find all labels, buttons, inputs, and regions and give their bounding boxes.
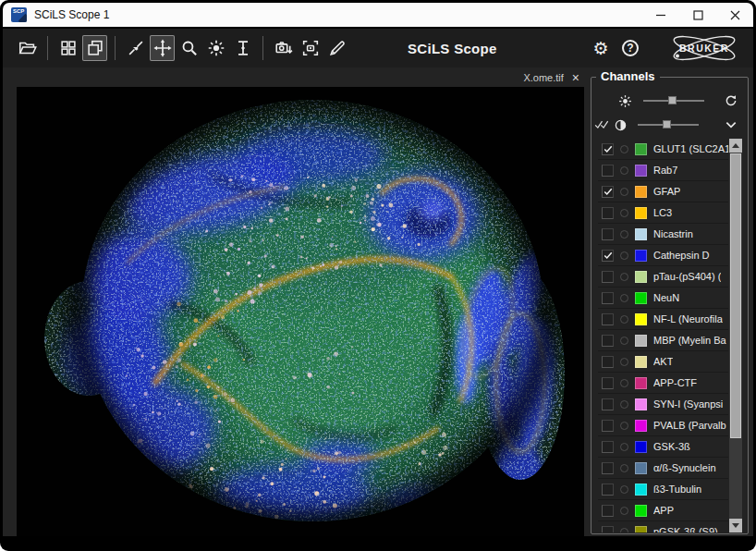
settings-button[interactable]: ⚙: [589, 36, 613, 60]
channel-solo-radio[interactable]: [620, 528, 628, 533]
measure-button[interactable]: [324, 35, 349, 61]
select-all-button[interactable]: [593, 119, 610, 130]
channel-color-swatch[interactable]: [635, 271, 647, 283]
channel-solo-radio[interactable]: [620, 379, 628, 387]
channel-row: ß3-Tubulin: [598, 479, 728, 500]
channel-color-swatch[interactable]: [635, 292, 647, 304]
gear-icon: ⚙: [592, 40, 608, 57]
channel-solo-radio[interactable]: [620, 443, 628, 451]
channel-color-swatch[interactable]: [635, 207, 647, 219]
channel-color-swatch[interactable]: [635, 462, 647, 474]
app-icon: SCP: [11, 7, 27, 22]
close-button[interactable]: [716, 3, 753, 27]
scroll-down-button[interactable]: [729, 519, 742, 533]
channel-visibility-checkbox[interactable]: [602, 250, 614, 262]
channel-visibility-checkbox[interactable]: [602, 228, 614, 240]
brightness-slider[interactable]: [643, 95, 704, 106]
channel-solo-radio[interactable]: [620, 315, 628, 324]
channel-color-swatch[interactable]: [635, 441, 647, 453]
maximize-button[interactable]: [679, 3, 716, 27]
channel-color-swatch[interactable]: [635, 313, 647, 325]
channel-color-swatch[interactable]: [635, 377, 647, 389]
channel-label: LC3: [653, 207, 672, 218]
reset-button[interactable]: [722, 93, 740, 108]
tab-x-ome-tif[interactable]: X.ome.tif ×: [519, 71, 583, 84]
channel-visibility-checkbox[interactable]: [602, 398, 614, 410]
channel-solo-radio[interactable]: [620, 230, 628, 239]
channel-solo-radio[interactable]: [620, 400, 628, 409]
channel-visibility-checkbox[interactable]: [602, 271, 614, 283]
contrast-range-button[interactable]: [230, 35, 255, 61]
channel-visibility-checkbox[interactable]: [602, 143, 614, 155]
channel-color-swatch[interactable]: [635, 420, 647, 432]
channel-color-swatch[interactable]: [635, 228, 647, 240]
channel-solo-radio[interactable]: [620, 145, 628, 153]
channel-color-swatch[interactable]: [635, 250, 647, 262]
channel-visibility-checkbox[interactable]: [602, 292, 614, 304]
channel-visibility-checkbox[interactable]: [602, 207, 614, 219]
channel-solo-radio[interactable]: [620, 337, 628, 345]
channel-solo-radio[interactable]: [620, 166, 628, 175]
channel-visibility-checkbox[interactable]: [602, 462, 614, 474]
channel-visibility-checkbox[interactable]: [602, 313, 614, 325]
channel-color-swatch[interactable]: [635, 526, 647, 533]
channel-visibility-checkbox[interactable]: [602, 526, 614, 533]
channel-solo-radio[interactable]: [620, 485, 628, 494]
channel-solo-radio[interactable]: [620, 507, 628, 515]
channel-visibility-checkbox[interactable]: [602, 505, 614, 517]
channel-color-swatch[interactable]: [635, 356, 647, 368]
channel-solo-radio[interactable]: [620, 464, 628, 472]
channel-solo-radio[interactable]: [620, 188, 628, 196]
channel-visibility-checkbox[interactable]: [602, 335, 614, 347]
channel-list-scrollbar[interactable]: [729, 139, 742, 533]
channel-solo-radio[interactable]: [620, 294, 628, 302]
image-canvas[interactable]: [17, 87, 584, 536]
channel-visibility-checkbox[interactable]: [602, 441, 614, 453]
channel-visibility-checkbox[interactable]: [602, 165, 614, 177]
title-bar[interactable]: SCP SCiLS Scope 1: [3, 3, 753, 27]
channel-color-swatch[interactable]: [635, 398, 647, 410]
channel-row: APP: [598, 500, 728, 521]
channel-color-swatch[interactable]: [635, 505, 647, 517]
channel-label: Rab7: [653, 165, 677, 176]
channel-visibility-checkbox[interactable]: [602, 356, 614, 368]
channel-row: SYN-I (Syanpsi: [598, 394, 728, 415]
snapshot-button[interactable]: [298, 35, 323, 61]
layers-button[interactable]: [82, 35, 107, 61]
channel-color-swatch[interactable]: [635, 186, 647, 198]
channel-solo-radio[interactable]: [620, 358, 628, 366]
channel-list: GLUT1 (SLC2A1Rab7GFAPLC3NicastrinCatheps…: [598, 139, 742, 533]
grid-view-button[interactable]: [55, 35, 80, 61]
channel-visibility-checkbox[interactable]: [602, 420, 614, 432]
brightness-button[interactable]: [203, 35, 228, 61]
channel-color-swatch[interactable]: [635, 484, 647, 496]
channel-solo-radio[interactable]: [620, 273, 628, 281]
export-image-button[interactable]: [271, 35, 296, 61]
channel-solo-radio[interactable]: [620, 209, 628, 217]
channel-visibility-checkbox[interactable]: [602, 186, 614, 198]
fit-to-screen-button[interactable]: [123, 35, 148, 61]
channel-solo-radio[interactable]: [620, 422, 628, 430]
help-button[interactable]: ?: [618, 36, 642, 60]
contrast-slider[interactable]: [638, 119, 699, 130]
channel-color-swatch[interactable]: [635, 165, 647, 177]
scroll-up-button[interactable]: [729, 139, 742, 153]
channel-color-swatch[interactable]: [635, 143, 647, 155]
channel-solo-radio[interactable]: [620, 251, 628, 260]
scrollbar-thumb[interactable]: [730, 153, 741, 438]
pan-button[interactable]: [150, 35, 175, 61]
channel-visibility-checkbox[interactable]: [602, 377, 614, 389]
channel-visibility-checkbox[interactable]: [602, 484, 614, 496]
channel-label: MBP (Myelin Ba: [653, 335, 726, 346]
open-folder-button[interactable]: [15, 35, 40, 61]
brightness-slider-thumb[interactable]: [668, 96, 677, 104]
channel-label: ß3-Tubulin: [653, 484, 701, 495]
channel-color-swatch[interactable]: [635, 335, 647, 347]
channel-row: Nicastrin: [598, 224, 728, 245]
tab-close-icon[interactable]: ×: [572, 71, 579, 84]
scroll-down-icon: [732, 523, 739, 528]
collapse-button[interactable]: [722, 117, 740, 132]
minimize-button[interactable]: [642, 3, 679, 27]
contrast-slider-thumb[interactable]: [663, 120, 671, 129]
zoom-button[interactable]: [177, 35, 201, 61]
